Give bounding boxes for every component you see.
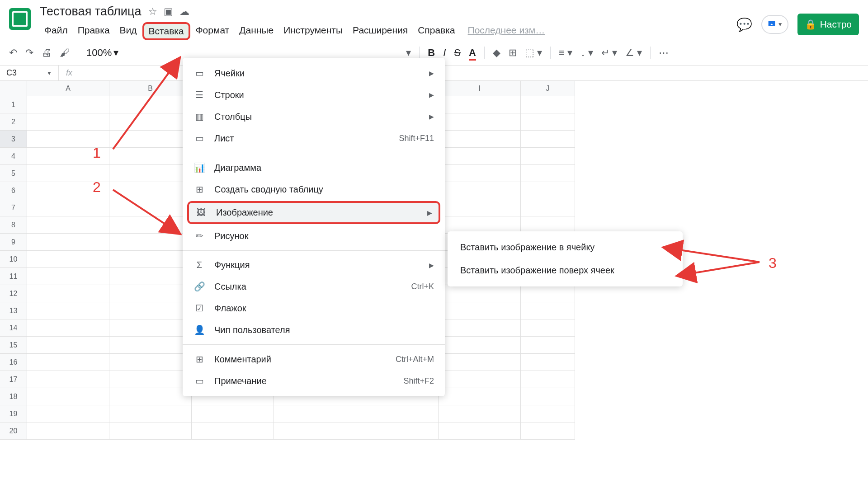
menu-tools[interactable]: Инструменты [279,22,347,40]
insert-image-over-cells[interactable]: Вставить изображение поверх ячеек [448,259,683,282]
cell[interactable] [521,199,575,216]
cell[interactable] [439,182,521,199]
cell[interactable] [439,337,521,354]
cell[interactable] [521,131,575,148]
sheets-logo[interactable] [9,8,31,30]
cell[interactable] [521,337,575,354]
menu-extensions[interactable]: Расширения [348,22,412,40]
print-icon[interactable]: 🖨 [42,47,52,59]
bold-icon[interactable]: B [428,47,435,59]
menu-data[interactable]: Данные [235,22,278,40]
cell[interactable] [109,319,192,337]
dropdown-icon[interactable]: ▾ [406,47,411,59]
cell[interactable] [109,388,192,405]
menu-item-Строки[interactable]: ☰ Строки ▶ [183,84,445,106]
cell[interactable] [27,131,109,148]
menu-item-Рисунок[interactable]: ✏ Рисунок [183,225,445,247]
cloud-icon[interactable]: ☁ [179,6,189,18]
menu-item-Примечание[interactable]: ▭ Примечание Shift+F2 [183,370,445,392]
cell[interactable] [521,371,575,388]
cell[interactable] [439,319,521,337]
col-header[interactable]: J [521,81,575,96]
cell[interactable] [27,251,109,268]
cell[interactable] [109,165,192,182]
row-header[interactable]: 7 [0,199,27,216]
cell[interactable] [439,96,521,113]
cell[interactable] [109,131,192,148]
cell[interactable] [109,285,192,302]
valign-icon[interactable]: ↓ ▾ [580,47,593,59]
menu-help[interactable]: Справка [413,22,459,40]
name-box[interactable]: C3▼ [0,66,59,80]
cell[interactable] [27,113,109,131]
cell[interactable] [274,422,356,440]
cell[interactable] [27,268,109,285]
col-header[interactable]: A [27,81,109,96]
cell[interactable] [192,405,274,422]
cell[interactable] [439,405,521,422]
present-button[interactable]: ▼ [761,15,788,34]
row-header[interactable]: 1 [0,96,27,113]
undo-icon[interactable]: ↶ [9,47,17,59]
share-button[interactable]: 🔒 Настро [797,14,859,35]
cell[interactable] [521,422,575,440]
cell[interactable] [521,319,575,337]
row-header[interactable]: 17 [0,371,27,388]
row-header[interactable]: 11 [0,268,27,285]
fill-color-icon[interactable]: ◆ [493,47,500,59]
cell[interactable] [27,388,109,405]
menu-format[interactable]: Формат [191,22,234,40]
row-header[interactable]: 2 [0,113,27,131]
cell[interactable] [521,285,575,302]
cell[interactable] [27,371,109,388]
comments-icon[interactable]: 💬 [736,17,752,32]
cell[interactable] [109,216,192,234]
menu-item-Комментарий[interactable]: ⊞ Комментарий Ctrl+Alt+M [183,348,445,370]
cell[interactable] [109,182,192,199]
cell[interactable] [27,216,109,234]
cell[interactable] [27,302,109,319]
cell[interactable] [439,302,521,319]
row-header[interactable]: 12 [0,285,27,302]
cell[interactable] [521,113,575,131]
row-header[interactable]: 13 [0,302,27,319]
cell[interactable] [356,405,439,422]
col-header[interactable]: I [439,81,521,96]
row-header[interactable]: 20 [0,422,27,440]
cell[interactable] [27,148,109,165]
row-header[interactable]: 5 [0,165,27,182]
cell[interactable] [439,199,521,216]
cell[interactable] [109,302,192,319]
cell[interactable] [109,371,192,388]
menu-insert[interactable]: Вставка [142,22,190,40]
borders-icon[interactable]: ⊞ [509,47,517,59]
cell[interactable] [27,182,109,199]
cell[interactable] [109,251,192,268]
text-color-icon[interactable]: A [469,47,476,59]
cell[interactable] [109,234,192,251]
star-icon[interactable]: ☆ [148,6,157,18]
col-header[interactable]: B [109,81,192,96]
cell[interactable] [439,113,521,131]
menu-item-Флажок[interactable]: ☑ Флажок [183,297,445,319]
menu-item-Лист[interactable]: ▭ Лист Shift+F11 [183,127,445,149]
cell[interactable] [439,388,521,405]
cell[interactable] [27,96,109,113]
cell[interactable] [109,96,192,113]
cell[interactable] [109,113,192,131]
redo-icon[interactable]: ↷ [25,47,33,59]
cell[interactable] [109,405,192,422]
row-header[interactable]: 15 [0,337,27,354]
menu-item-Ссылка[interactable]: 🔗 Ссылка Ctrl+K [183,276,445,297]
insert-image-in-cell[interactable]: Вставить изображение в ячейку [448,236,683,259]
cell[interactable] [521,302,575,319]
zoom-select[interactable]: 100% ▾ [86,47,118,59]
menu-edit[interactable]: Правка [73,22,114,40]
cell[interactable] [109,268,192,285]
cell[interactable] [192,422,274,440]
menu-item-Изображение[interactable]: 🖼 Изображение ▶ [187,201,440,224]
cell[interactable] [521,405,575,422]
row-header[interactable]: 4 [0,148,27,165]
cell[interactable] [521,96,575,113]
cell[interactable] [521,354,575,371]
